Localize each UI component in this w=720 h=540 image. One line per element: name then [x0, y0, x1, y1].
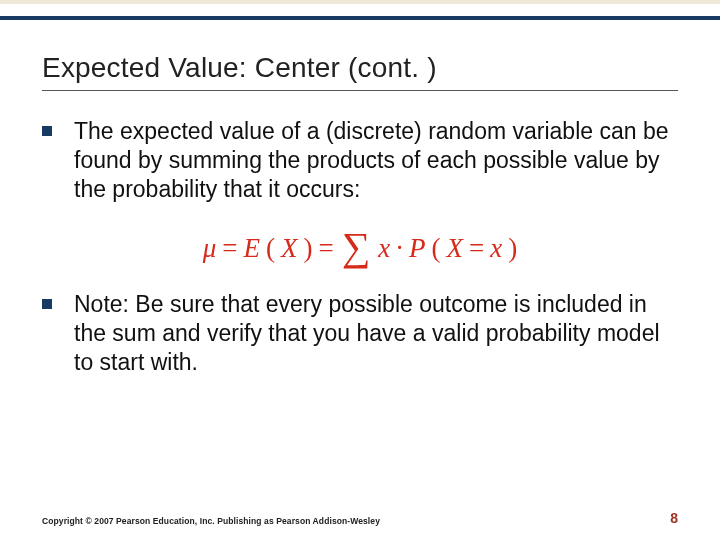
expected-value-formula: μ = E ( X ) = ∑ x · P ( X = x )	[203, 233, 518, 264]
symbol-equals: =	[469, 233, 484, 264]
slide-footer: Copyright © 2007 Pearson Education, Inc.…	[42, 510, 678, 526]
slide-title: Expected Value: Center (cont. )	[42, 52, 678, 91]
square-bullet-icon	[42, 299, 52, 309]
bullet-list: The expected value of a (discrete) rando…	[42, 117, 678, 377]
symbol-E: E	[244, 233, 261, 264]
formula-container: μ = E ( X ) = ∑ x · P ( X = x )	[42, 233, 678, 264]
copyright-text: Copyright © 2007 Pearson Education, Inc.…	[42, 516, 380, 526]
symbol-equals: =	[319, 233, 334, 264]
symbol-equals: =	[222, 233, 237, 264]
symbol-x: x	[378, 233, 390, 264]
bullet-item: Note: Be sure that every possible outcom…	[42, 290, 678, 376]
slide-body: Expected Value: Center (cont. ) The expe…	[0, 20, 720, 377]
symbol-x: x	[490, 233, 502, 264]
square-bullet-icon	[42, 126, 52, 136]
page-number: 8	[670, 510, 678, 526]
symbol-rparen: )	[508, 233, 517, 264]
bullet-text: Note: Be sure that every possible outcom…	[74, 290, 678, 376]
symbol-cdot: ·	[396, 233, 403, 264]
bullet-text: The expected value of a (discrete) rando…	[74, 117, 678, 203]
symbol-lparen: (	[432, 233, 441, 264]
symbol-mu: μ	[203, 233, 217, 264]
symbol-lparen: (	[266, 233, 275, 264]
symbol-sigma: ∑	[340, 235, 373, 259]
symbol-P: P	[409, 233, 426, 264]
symbol-X: X	[281, 233, 298, 264]
symbol-X: X	[447, 233, 464, 264]
top-accent-inner	[0, 0, 720, 4]
top-accent-bar	[0, 0, 720, 20]
symbol-rparen: )	[304, 233, 313, 264]
bullet-item: The expected value of a (discrete) rando…	[42, 117, 678, 203]
